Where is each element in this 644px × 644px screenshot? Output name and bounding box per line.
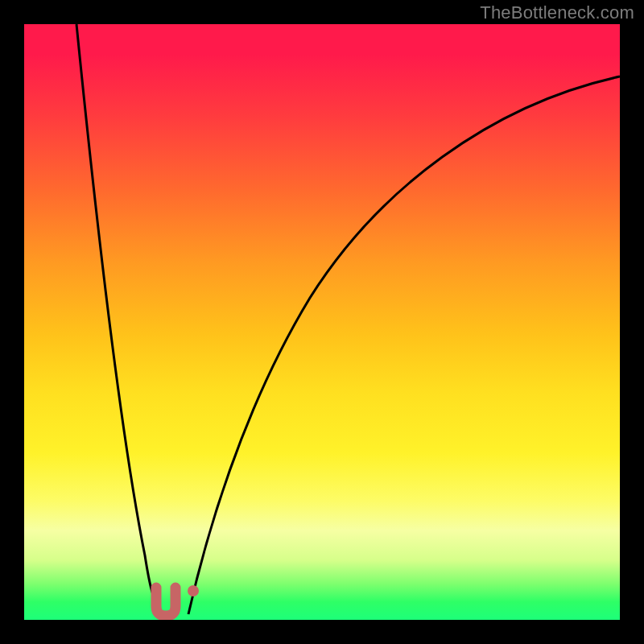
- right-curve: [188, 76, 620, 614]
- left-curve: [76, 24, 163, 616]
- plot-area: [24, 24, 620, 620]
- dot-marker: [188, 585, 199, 597]
- u-marker: [156, 588, 175, 616]
- curves-svg: [24, 24, 620, 620]
- watermark-text: TheBottleneck.com: [480, 2, 634, 23]
- chart-frame: TheBottleneck.com: [0, 0, 644, 644]
